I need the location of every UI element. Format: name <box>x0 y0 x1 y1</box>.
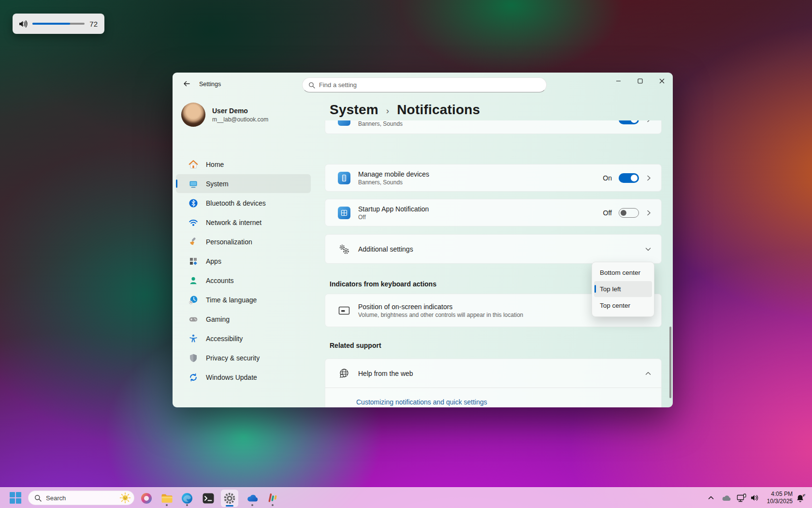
main-content: System › Notifications Banners, Sounds <box>325 96 662 407</box>
startup-app-notification-row[interactable]: Startup App Notification Off Off <box>325 199 662 226</box>
taskbar: Search 4:05 PM <box>0 487 812 508</box>
globe-search-icon <box>338 368 350 379</box>
sidebar-item-label: System <box>206 180 229 188</box>
help-link[interactable]: Customizing notifications and quick sett… <box>356 398 487 406</box>
breadcrumb: System › Notifications <box>330 102 480 118</box>
chevron-down-icon <box>645 246 652 252</box>
privacy-icon <box>188 353 198 363</box>
position-dropdown-flyout: Bottom center Top left Top center <box>592 262 654 317</box>
system-icon <box>188 179 198 189</box>
search-icon <box>308 82 315 89</box>
dropdown-option-top-center[interactable]: Top center <box>594 298 652 314</box>
user-card[interactable]: User Demo m__lab@outlook.com <box>181 103 268 127</box>
sidebar-item-label: Apps <box>206 257 221 265</box>
chevron-right-icon <box>646 209 652 216</box>
sidebar-item-home[interactable]: Home <box>176 155 311 174</box>
tray-onedrive-icon[interactable] <box>721 493 732 502</box>
back-button[interactable] <box>178 76 195 91</box>
sidebar-item-gaming[interactable]: Gaming <box>176 310 311 329</box>
user-name: User Demo <box>212 107 268 115</box>
tray-volume-icon[interactable] <box>750 493 760 502</box>
weather-sun-icon <box>119 492 131 504</box>
sidebar-item-label: Time & language <box>206 296 257 304</box>
row-subtitle: Off <box>358 214 429 221</box>
clipped-setting-row[interactable]: Banners, Sounds <box>325 120 662 134</box>
apps-icon <box>188 256 198 266</box>
sidebar-nav: Home System Bluetooth & devices Network … <box>176 155 311 387</box>
do-not-disturb-bell-icon[interactable]: zz <box>796 493 806 503</box>
edge-browser-icon[interactable] <box>178 490 196 507</box>
scrollbar-thumb[interactable] <box>669 327 671 398</box>
chevron-right-icon <box>646 175 652 181</box>
colorful-bars-app-icon[interactable] <box>264 490 281 507</box>
titlebar[interactable]: Settings <box>173 73 673 96</box>
startup-app-toggle[interactable] <box>619 208 639 218</box>
personalization-icon <box>188 237 198 247</box>
sidebar-item-time-language[interactable]: Time & language <box>176 290 311 309</box>
maximize-button[interactable] <box>629 73 651 89</box>
dropdown-option-top-left[interactable]: Top left <box>594 281 652 297</box>
sidebar-item-privacy[interactable]: Privacy & security <box>176 348 311 367</box>
additional-settings-row[interactable]: Additional settings <box>325 234 662 264</box>
dropdown-option-bottom-center[interactable]: Bottom center <box>594 265 652 281</box>
bluetooth-icon <box>188 198 198 208</box>
sidebar-item-label: Bluetooth & devices <box>206 199 266 207</box>
manage-mobile-toggle[interactable] <box>619 173 639 183</box>
accessibility-icon <box>188 334 198 344</box>
start-button[interactable] <box>10 492 22 504</box>
sidebar-item-label: Home <box>206 161 224 168</box>
find-setting-search[interactable] <box>302 77 547 92</box>
breadcrumb-system[interactable]: System <box>330 102 378 118</box>
section-header-indicators: Indicators from keyboard actions <box>330 280 436 288</box>
sidebar-item-accessibility[interactable]: Accessibility <box>176 329 311 348</box>
mobile-devices-icon <box>338 172 350 184</box>
toggle-on[interactable] <box>619 120 639 124</box>
row-subtitle: Banners, Sounds <box>358 120 403 127</box>
startup-app-icon <box>338 207 350 219</box>
gaming-icon <box>188 314 198 324</box>
tray-time: 4:05 PM <box>767 491 793 498</box>
windows-update-icon <box>188 373 198 382</box>
terminal-app-icon[interactable] <box>200 490 217 507</box>
section-header-related: Related support <box>330 342 381 349</box>
avatar <box>181 103 205 127</box>
sidebar-item-personalization[interactable]: Personalization <box>176 232 311 251</box>
sidebar-item-accounts[interactable]: Accounts <box>176 271 311 290</box>
sidebar-item-label: Privacy & security <box>206 354 260 362</box>
sidebar-item-label: Accessibility <box>206 335 243 343</box>
tray-date: 10/3/2025 <box>767 498 793 505</box>
file-explorer-icon[interactable] <box>158 490 175 507</box>
sidebar-item-system[interactable]: System <box>176 174 311 193</box>
onedrive-icon[interactable] <box>244 490 261 507</box>
sidebar-item-bluetooth[interactable]: Bluetooth & devices <box>176 194 311 212</box>
on-screen-indicator-icon <box>338 305 350 316</box>
svg-text:z: z <box>804 493 806 496</box>
manage-mobile-devices-row[interactable]: Manage mobile devices Banners, Sounds On <box>325 164 662 192</box>
sidebar-item-windows-update[interactable]: Windows Update <box>176 368 311 387</box>
row-title: Startup App Notification <box>358 205 429 213</box>
sidebar-item-network[interactable]: Network & internet <box>176 213 311 232</box>
home-icon <box>188 160 198 169</box>
toggle-status-label: On <box>603 174 612 182</box>
search-icon <box>34 494 42 502</box>
minimize-button[interactable] <box>608 73 629 89</box>
accounts-icon <box>188 276 198 285</box>
user-email: m__lab@outlook.com <box>212 116 268 123</box>
find-setting-input[interactable] <box>319 81 540 89</box>
page-title: Notifications <box>397 102 480 118</box>
sidebar-item-label: Network & internet <box>206 219 261 226</box>
active-app-indicator <box>226 505 233 507</box>
copilot-app-icon[interactable] <box>138 490 155 507</box>
tray-clock[interactable]: 4:05 PM 10/3/2025 <box>767 491 793 505</box>
tray-network-icon[interactable] <box>737 493 747 503</box>
taskbar-search[interactable]: Search <box>28 491 134 505</box>
sidebar-item-apps[interactable]: Apps <box>176 252 311 270</box>
tray-chevron-up-icon[interactable] <box>707 493 715 502</box>
settings-app-icon[interactable] <box>221 490 238 507</box>
row-title: Manage mobile devices <box>358 170 429 178</box>
help-card: Help from the web Customizing notificati… <box>325 359 662 407</box>
help-from-web-row[interactable]: Help from the web <box>325 359 661 388</box>
close-button[interactable] <box>651 73 673 89</box>
volume-slider[interactable] <box>32 23 85 25</box>
sidebar-item-label: Personalization <box>206 238 252 246</box>
